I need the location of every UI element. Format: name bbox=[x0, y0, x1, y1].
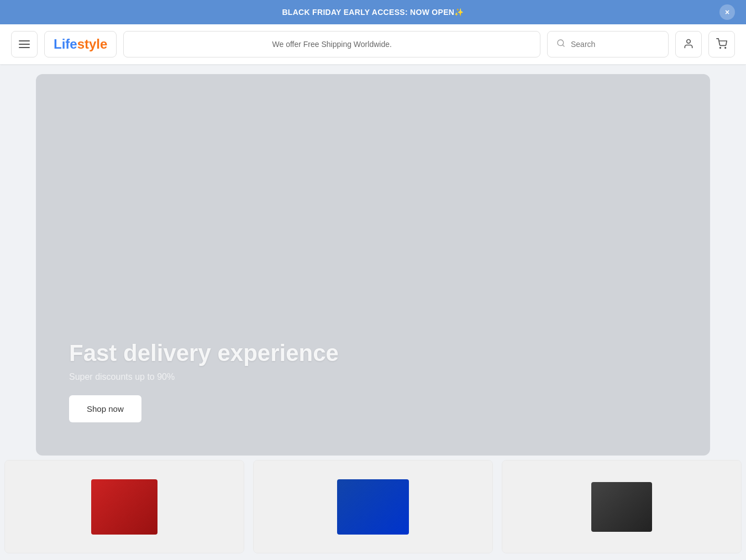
svg-point-3 bbox=[720, 47, 721, 48]
svg-line-1 bbox=[563, 45, 564, 46]
shipping-banner: We offer Free Shipping Worldwide. bbox=[123, 31, 540, 57]
hero-title: Fast delivery experience bbox=[69, 340, 339, 367]
product-card-2[interactable] bbox=[253, 460, 493, 553]
products-preview bbox=[0, 456, 746, 558]
hero-section: Fast delivery experience Super discounts… bbox=[36, 74, 710, 456]
svg-point-4 bbox=[725, 47, 726, 48]
product-card-1[interactable] bbox=[4, 460, 244, 553]
hamburger-icon bbox=[19, 40, 30, 48]
search-icon bbox=[556, 39, 565, 50]
logo-text: Lifestyle bbox=[54, 36, 107, 52]
product-img-blue bbox=[337, 479, 409, 535]
product-image-3 bbox=[502, 460, 741, 553]
product-card-3[interactable] bbox=[502, 460, 742, 553]
account-icon bbox=[683, 38, 694, 51]
logo-part1: Life bbox=[54, 36, 77, 51]
announcement-close-button[interactable]: × bbox=[719, 4, 735, 20]
account-button[interactable] bbox=[675, 31, 702, 57]
product-image-2 bbox=[254, 460, 492, 553]
product-img-dark bbox=[591, 482, 652, 532]
svg-point-2 bbox=[687, 39, 691, 43]
cart-button[interactable] bbox=[708, 31, 735, 57]
product-img-red bbox=[91, 479, 157, 535]
hero-content: Fast delivery experience Super discounts… bbox=[69, 340, 339, 422]
search-container[interactable] bbox=[547, 31, 669, 57]
product-image-1 bbox=[5, 460, 244, 553]
shop-now-button[interactable]: Shop now bbox=[69, 395, 141, 422]
site-header: Lifestyle We offer Free Shipping Worldwi… bbox=[0, 24, 746, 64]
cart-icon bbox=[716, 38, 727, 51]
menu-button[interactable] bbox=[11, 31, 38, 57]
logo-part2: style bbox=[77, 36, 108, 51]
announcement-text: BLACK FRIDAY EARLY ACCESS: NOW OPEN✨ bbox=[282, 8, 464, 17]
search-input[interactable] bbox=[571, 40, 659, 49]
shipping-text: We offer Free Shipping Worldwide. bbox=[272, 40, 392, 49]
logo[interactable]: Lifestyle bbox=[44, 31, 117, 57]
hero-subtitle: Super discounts up to 90% bbox=[69, 372, 339, 382]
announcement-bar: BLACK FRIDAY EARLY ACCESS: NOW OPEN✨ × bbox=[0, 0, 746, 24]
